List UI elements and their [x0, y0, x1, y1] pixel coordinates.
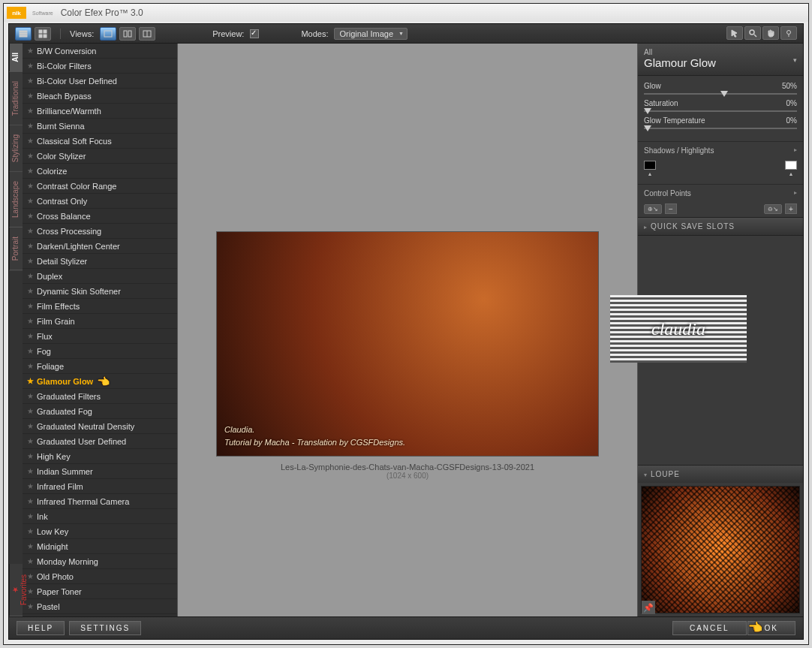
- settings-button[interactable]: SETTINGS: [69, 621, 141, 635]
- star-icon[interactable]: ★: [27, 272, 34, 280]
- filter-item[interactable]: ★Darken/Lighten Center: [23, 239, 177, 254]
- filter-item[interactable]: ★Monday Morning: [23, 554, 177, 569]
- filter-item[interactable]: ★Ink: [23, 509, 177, 524]
- pointer-icon[interactable]: [726, 26, 743, 40]
- loupe-pin-icon[interactable]: 📌: [642, 601, 655, 614]
- star-icon[interactable]: ★: [27, 422, 34, 430]
- star-icon[interactable]: ★: [27, 392, 34, 400]
- star-icon[interactable]: ★: [27, 302, 34, 310]
- star-icon[interactable]: ★: [27, 542, 34, 550]
- slider-track[interactable]: [644, 128, 797, 129]
- filter-item[interactable]: ★Dynamic Skin Softener: [23, 284, 177, 299]
- add-neg-control-point-button[interactable]: ⊖↘: [764, 204, 782, 214]
- category-tab-stylizing[interactable]: Stylizing: [9, 125, 23, 172]
- star-icon[interactable]: ★: [27, 482, 34, 490]
- category-tab-all[interactable]: All: [9, 44, 23, 72]
- filter-item[interactable]: ★Bleach Bypass: [23, 89, 177, 104]
- star-icon[interactable]: ★: [27, 602, 34, 610]
- filter-item[interactable]: ★Infrared Thermal Camera: [23, 494, 177, 509]
- loupe-image[interactable]: 📌: [641, 486, 800, 613]
- thumb-list-icon[interactable]: [15, 27, 32, 41]
- view-side-icon[interactable]: [139, 27, 155, 41]
- light-icon[interactable]: [780, 26, 797, 40]
- add-control-point-button[interactable]: ⊕↘: [644, 204, 662, 214]
- filter-item[interactable]: ★Contrast Only: [23, 194, 177, 209]
- loupe-section-header[interactable]: ▾LOUPE: [638, 465, 803, 483]
- star-icon[interactable]: ★: [27, 137, 34, 145]
- filter-list[interactable]: ★B/W Conversion★Bi-Color Filters★Bi-Colo…: [23, 44, 177, 616]
- filter-item[interactable]: ★Bi-Color Filters: [23, 59, 177, 74]
- star-icon[interactable]: ★: [27, 587, 34, 595]
- star-icon[interactable]: ★: [27, 407, 34, 415]
- shadows-swatch[interactable]: ▲: [644, 161, 656, 176]
- filter-item[interactable]: ★Detail Stylizer: [23, 254, 177, 269]
- star-icon[interactable]: ★: [27, 362, 34, 370]
- filter-item[interactable]: ★Flux: [23, 329, 177, 344]
- thumb-grid-icon[interactable]: [35, 27, 51, 41]
- filter-item[interactable]: ★Brilliance/Warmth: [23, 104, 177, 119]
- slider-track[interactable]: [644, 93, 797, 95]
- preview-checkbox[interactable]: [250, 29, 259, 38]
- view-split-icon[interactable]: [119, 27, 136, 41]
- star-icon[interactable]: ★: [27, 47, 34, 55]
- star-icon[interactable]: ★: [27, 152, 34, 160]
- cancel-button[interactable]: CANCEL: [672, 621, 747, 635]
- highlights-swatch[interactable]: ▲: [785, 161, 797, 176]
- filter-item[interactable]: ★Contrast Color Range: [23, 179, 177, 194]
- star-icon[interactable]: ★: [27, 317, 34, 325]
- star-icon[interactable]: ★: [27, 437, 34, 445]
- ok-button[interactable]: 👉OK: [747, 621, 795, 635]
- preview-pane[interactable]: Claudia. Tutorial by Macha - Translation…: [177, 44, 638, 616]
- star-icon[interactable]: ★: [27, 452, 34, 460]
- slider-thumb[interactable]: [644, 108, 651, 114]
- star-icon[interactable]: ★: [27, 377, 34, 385]
- star-icon[interactable]: ★: [27, 92, 34, 100]
- filter-item[interactable]: ★Indian Summer: [23, 464, 177, 479]
- filter-item[interactable]: ★Pastel: [23, 599, 177, 614]
- star-icon[interactable]: ★: [27, 467, 34, 475]
- filter-item[interactable]: ★Foliage: [23, 359, 177, 374]
- filter-item[interactable]: ★Paper Toner: [23, 584, 177, 599]
- filter-item[interactable]: ★Infrared Film: [23, 479, 177, 494]
- filter-item[interactable]: ★Color Stylizer: [23, 149, 177, 164]
- filter-item[interactable]: ★Bi-Color User Defined: [23, 74, 177, 89]
- filter-item[interactable]: ★Duplex: [23, 269, 177, 284]
- filter-item[interactable]: ★Glamour Glow👉: [23, 374, 177, 389]
- filter-item[interactable]: ★Cross Processing: [23, 224, 177, 239]
- star-icon[interactable]: ★: [27, 497, 34, 505]
- star-icon[interactable]: ★: [27, 332, 34, 340]
- modes-select[interactable]: Original Image: [334, 28, 408, 40]
- filter-item[interactable]: ★Fog: [23, 344, 177, 359]
- star-icon[interactable]: ★: [27, 557, 34, 565]
- filter-item[interactable]: ★High Key: [23, 449, 177, 464]
- category-tab-landscape[interactable]: Landscape: [9, 172, 23, 228]
- category-tab-portrait[interactable]: Portrait: [9, 228, 23, 270]
- remove-control-point-button[interactable]: −: [665, 203, 677, 214]
- filter-item[interactable]: ★Graduated Filters: [23, 389, 177, 404]
- filter-item[interactable]: ★Colorize: [23, 164, 177, 179]
- filter-item[interactable]: ★Graduated Fog: [23, 404, 177, 419]
- filter-item[interactable]: ★Old Photo: [23, 569, 177, 584]
- star-icon[interactable]: ★: [27, 242, 34, 250]
- star-icon[interactable]: ★: [27, 122, 34, 130]
- filter-item[interactable]: ★Cross Balance: [23, 209, 177, 224]
- star-icon[interactable]: ★: [27, 227, 34, 235]
- star-icon[interactable]: ★: [27, 212, 34, 220]
- star-icon[interactable]: ★: [27, 527, 34, 535]
- star-icon[interactable]: ★: [27, 512, 34, 520]
- view-single-icon[interactable]: [100, 27, 116, 41]
- filter-item[interactable]: ★Graduated Neutral Density: [23, 419, 177, 434]
- star-icon[interactable]: ★: [27, 182, 34, 190]
- category-tab-favorites[interactable]: ★ Favorites: [9, 564, 23, 616]
- star-icon[interactable]: ★: [27, 347, 34, 355]
- filter-item[interactable]: ★Burnt Sienna: [23, 119, 177, 134]
- filter-item[interactable]: ★Classical Soft Focus: [23, 134, 177, 149]
- slider-track[interactable]: [644, 110, 797, 112]
- slider-thumb[interactable]: [720, 91, 728, 97]
- filter-item[interactable]: ★Film Effects: [23, 299, 177, 314]
- star-icon[interactable]: ★: [27, 287, 34, 295]
- filter-item[interactable]: ★Graduated User Defined: [23, 434, 177, 449]
- help-button[interactable]: HELP: [17, 621, 65, 635]
- filter-item[interactable]: ★Midnight: [23, 539, 177, 554]
- star-icon[interactable]: ★: [27, 257, 34, 265]
